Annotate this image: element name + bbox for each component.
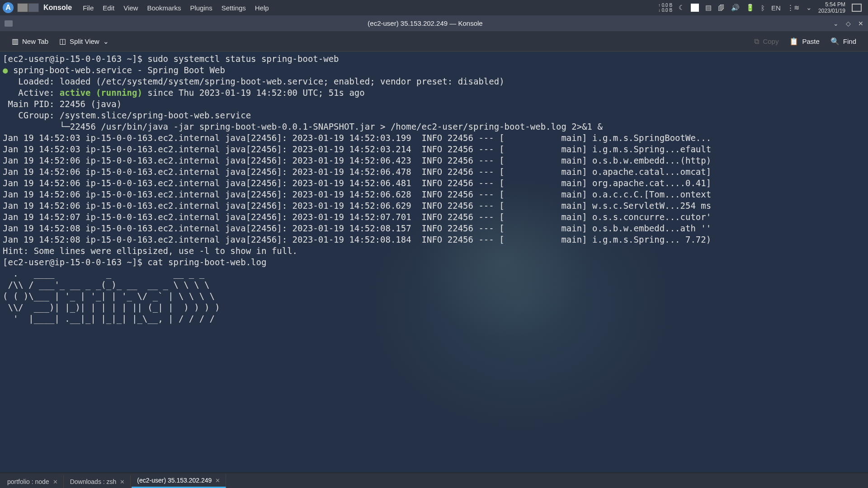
paste-icon: 📋 <box>789 37 798 46</box>
volume-icon[interactable]: 🔊 <box>731 4 740 12</box>
paste-label: Paste <box>802 38 819 45</box>
tab-close-icon[interactable]: ✕ <box>215 477 220 484</box>
app-name: Konsole <box>43 4 72 12</box>
terminal-tab-bar: portfolio : node✕Downloads : zsh✕(ec2-us… <box>0 473 868 488</box>
terminal-icon <box>5 20 13 27</box>
clipboard-icon[interactable] <box>691 4 699 12</box>
copy-label: Copy <box>763 38 778 45</box>
keyboard-layout[interactable]: EN <box>771 4 781 12</box>
menu-help[interactable]: Help <box>250 1 274 14</box>
new-tab-label: New Tab <box>22 38 48 45</box>
minimize-button[interactable]: ⌄ <box>833 20 839 27</box>
copy-icon: ⧉ <box>754 38 759 46</box>
new-tab-button[interactable]: ▥ New Tab <box>6 34 54 48</box>
tab-label: portfolio : node <box>7 478 49 485</box>
window-titlebar: (ec2-user) 35.153.202.249 — Konsole ⌄ ◇ … <box>0 15 868 32</box>
maximize-button[interactable]: ◇ <box>846 20 851 27</box>
new-tab-icon: ▥ <box>12 37 19 46</box>
clock[interactable]: 5:54 PM 2023/01/19 <box>818 1 845 14</box>
wifi-icon[interactable]: ⋮≋ <box>787 4 800 12</box>
system-tray: ↑ 0.0 B ↓ 0.0 B ☾ ▤ 🗐 🔊 🔋 ᛒ EN ⋮≋ ⌄ 5:54… <box>658 1 865 14</box>
battery-icon[interactable]: 🔋 <box>746 4 755 12</box>
menu-edit[interactable]: Edit <box>98 1 119 14</box>
paste-button[interactable]: 📋 Paste <box>784 34 825 48</box>
search-icon: 🔍 <box>830 37 840 46</box>
app-launcher-icon[interactable]: A <box>3 2 14 13</box>
toolbar: ▥ New Tab ◫ Split View ⌄ ⧉ Copy 📋 Paste … <box>0 32 868 52</box>
clock-time: 5:54 PM <box>818 1 845 8</box>
tab-close-icon[interactable]: ✕ <box>120 479 125 485</box>
clock-date: 2023/01/19 <box>818 8 845 14</box>
menu-file[interactable]: File <box>78 1 98 14</box>
chevron-down-icon[interactable]: ⌄ <box>806 4 812 12</box>
close-button[interactable]: ✕ <box>858 20 863 27</box>
chevron-down-icon: ⌄ <box>103 38 109 46</box>
window-title: (ec2-user) 35.153.202.249 — Konsole <box>17 19 833 27</box>
bluetooth-icon[interactable]: ᛒ <box>761 4 765 12</box>
menu-bookmarks[interactable]: Bookmarks <box>142 1 185 14</box>
show-desktop-icon[interactable] <box>852 4 862 12</box>
split-view-icon: ◫ <box>59 37 66 46</box>
menu-view[interactable]: View <box>119 1 142 14</box>
menu-plugins[interactable]: Plugins <box>185 1 217 14</box>
split-view-label: Split View <box>70 38 99 45</box>
copy-button: ⧉ Copy <box>749 35 784 48</box>
global-menubar: A Konsole File Edit View Bookmarks Plugi… <box>0 0 868 15</box>
terminal-output[interactable]: [ec2-user@ip-15-0-0-163 ~]$ sudo systemc… <box>0 52 868 473</box>
terminal-tab[interactable]: portfolio : node✕ <box>2 475 64 488</box>
menu-settings[interactable]: Settings <box>217 1 250 14</box>
display-icon[interactable]: ▤ <box>705 4 712 12</box>
find-button[interactable]: 🔍 Find <box>825 34 862 48</box>
night-mode-icon[interactable]: ☾ <box>679 4 684 12</box>
terminal-tab[interactable]: (ec2-user) 35.153.202.249✕ <box>132 474 226 488</box>
split-view-button[interactable]: ◫ Split View ⌄ <box>54 34 114 48</box>
network-speed-indicator: ↑ 0.0 B ↓ 0.0 B <box>658 3 672 13</box>
tab-label: (ec2-user) 35.153.202.249 <box>137 477 212 484</box>
terminal-tab[interactable]: Downloads : zsh✕ <box>65 475 131 488</box>
calendar-icon[interactable]: 🗐 <box>718 4 725 12</box>
find-label: Find <box>843 38 856 45</box>
window-switcher-icon[interactable] <box>17 3 39 12</box>
tab-label: Downloads : zsh <box>70 478 117 485</box>
tab-close-icon[interactable]: ✕ <box>53 479 58 485</box>
